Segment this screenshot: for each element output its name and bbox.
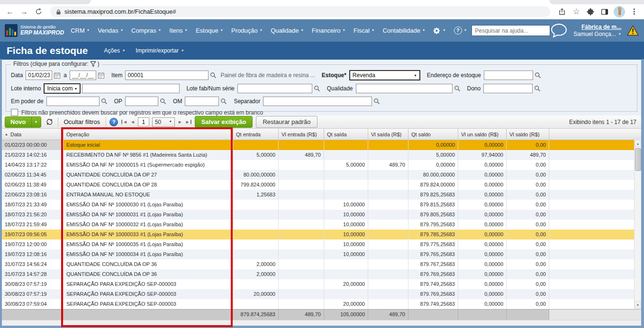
last-page-button[interactable]: ►: [185, 119, 191, 124]
browser-forward-button[interactable]: →: [19, 7, 29, 17]
scroll-down-icon[interactable]: ▼: [635, 301, 641, 309]
share-icon[interactable]: [557, 7, 567, 17]
column-header-vl-entrada-r[interactable]: Vl entrada (R$): [279, 129, 324, 140]
table-row[interactable]: 31/07/23 14:56:24QUANTIDADE CONCLUÍDA DA…: [2, 259, 641, 269]
table-row[interactable]: 14/04/23 13:17:22EMISSÃO DA NF Nº 100000…: [2, 160, 641, 170]
lote-interno-input[interactable]: [82, 84, 180, 93]
salvar-exibicao-button[interactable]: Salvar exibição: [195, 116, 253, 128]
table-row[interactable]: 30/08/23 07:57:19SEPARAÇÃO PARA EXPEDIÇÃ…: [2, 289, 641, 299]
menu-itens[interactable]: Itens▼: [169, 27, 188, 34]
column-header-qt-saida[interactable]: Qt saída: [324, 129, 368, 140]
endereco-input[interactable]: [484, 71, 533, 80]
browser-profile-avatar[interactable]: [614, 6, 625, 18]
ocultar-filtros-button[interactable]: Ocultar filtros: [62, 118, 103, 125]
search-icon[interactable]: [535, 72, 541, 79]
menu-contabilidade[interactable]: Contabilidade▼: [382, 27, 425, 34]
next-page-button[interactable]: ►: [178, 119, 182, 124]
menu-estoque[interactable]: Estoque▼: [196, 27, 223, 34]
search-icon[interactable]: [101, 98, 108, 105]
table-row[interactable]: 18/07/23 21:56:20EMISSÃO DA NF Nº 100000…: [2, 210, 641, 220]
page-number-input[interactable]: [138, 117, 149, 126]
settings-menu[interactable]: ▼: [433, 27, 445, 35]
warning-icon[interactable]: [627, 25, 639, 36]
menu-producao[interactable]: Produção▼: [231, 27, 263, 34]
search-icon[interactable]: [210, 72, 217, 79]
table-row[interactable]: 19/07/23 12:08:16EMISSÃO DA NF Nº 100000…: [2, 249, 641, 259]
calendar-icon[interactable]: [54, 71, 61, 79]
menu-financeiro[interactable]: Financeiro▼: [312, 27, 345, 34]
extensions-puzzle-icon[interactable]: [585, 7, 596, 17]
table-row[interactable]: 30/08/23 07:57:19SEPARAÇÃO PARA EXPEDIÇÃ…: [2, 279, 641, 289]
search-icon[interactable]: [373, 98, 380, 105]
date-to-input[interactable]: [70, 71, 96, 80]
novo-button[interactable]: Novo: [5, 117, 31, 127]
column-header-vl-un-saldo-r[interactable]: Vl un saldo (R$): [458, 129, 507, 140]
column-header-vl-saida-r[interactable]: Vl saída (R$): [368, 129, 408, 140]
user-menu[interactable]: Samuel Gonça...▼: [573, 31, 621, 38]
table-row[interactable]: 02/06/23 11:38:49QUANTIDADE CONCLUÍDA DA…: [2, 180, 641, 190]
menu-compras[interactable]: Compras▼: [131, 27, 161, 34]
table-row[interactable]: 30/08/23 07:59:04SEPARAÇÃO PARA EXPEDIÇÃ…: [2, 299, 641, 309]
table-row[interactable]: 21/02/23 14:02:16RECEBIMENTO DA NF Nº 98…: [2, 150, 641, 160]
novo-dropdown-arrow[interactable]: ▼: [31, 117, 41, 127]
item-input[interactable]: [125, 71, 209, 80]
table-row[interactable]: 31/07/23 14:57:28QUANTIDADE CONCLUÍDA DA…: [2, 269, 641, 279]
company-link[interactable]: Fábrica de m...: [573, 24, 621, 31]
qualidade-input[interactable]: [356, 84, 453, 93]
browser-back-button[interactable]: ←: [5, 7, 15, 17]
column-header-data[interactable]: ▲Data: [2, 129, 63, 140]
previous-page-button[interactable]: ◄: [130, 119, 135, 124]
table-row[interactable]: 19/07/23 09:56:05EMISSÃO DA NF Nº 100000…: [2, 230, 641, 239]
date-from-input[interactable]: [26, 71, 52, 80]
browser-reload-button[interactable]: [33, 7, 44, 17]
first-page-button[interactable]: ◄: [121, 119, 127, 124]
help-search-input[interactable]: [472, 25, 550, 36]
chat-bubble-icon[interactable]: [550, 23, 568, 38]
blank-fields-checkbox[interactable]: [11, 109, 18, 116]
restaurar-padrao-button[interactable]: Restaurar padrão: [256, 116, 317, 128]
side-panel-icon[interactable]: [599, 7, 610, 17]
erp-logo[interactable]: [5, 24, 18, 37]
menu-qualidade[interactable]: Qualidade▼: [271, 27, 304, 34]
op-input[interactable]: [125, 97, 158, 106]
search-icon[interactable]: [160, 98, 166, 105]
lote-interno-mode-select[interactable]: Inicia com▼: [44, 83, 81, 94]
column-header-operacao[interactable]: Operação: [63, 129, 233, 140]
table-row[interactable]: 22/06/23 23:08:16ENTRADA MANUAL NO ESTOQ…: [2, 190, 641, 200]
estoque-select[interactable]: Revenda▼: [349, 70, 420, 80]
column-header-qt-entrada[interactable]: Qt entrada: [233, 129, 279, 140]
filters-legend[interactable]: Filtros (clique para configurar: ): [11, 61, 102, 67]
table-row[interactable]: 02/06/23 11:34:45QUANTIDADE CONCLUÍDA DA…: [2, 170, 641, 180]
actions-menu[interactable]: Ações▼: [104, 47, 126, 54]
lote-fab-input[interactable]: [237, 84, 312, 93]
bookmark-star-icon[interactable]: ☆: [571, 7, 581, 17]
menu-vendas[interactable]: Vendas▼: [98, 27, 123, 34]
column-header-vl-saldo-r[interactable]: Vl saldo (R$): [507, 129, 549, 140]
table-row[interactable]: 18/07/23 21:59:49EMISSÃO DA NF Nº 100000…: [2, 220, 641, 230]
column-header-qt-saldo[interactable]: Qt saldo: [408, 129, 458, 140]
table-row[interactable]: 01/02/23 00:00:00Estoque inicial0,000000…: [2, 140, 641, 150]
help-menu[interactable]: ?▼: [454, 27, 467, 35]
search-icon[interactable]: [454, 85, 461, 92]
menu-crm[interactable]: CRM▼: [71, 27, 90, 34]
address-bar[interactable]: sistema.maxiprod.com.br/FichaEstoque#: [50, 6, 550, 17]
om-input[interactable]: [185, 97, 219, 106]
scroll-up-icon[interactable]: ▲: [635, 140, 641, 147]
vertical-scrollbar[interactable]: ▲ ▼: [634, 140, 641, 309]
search-icon[interactable]: [534, 85, 541, 92]
search-icon[interactable]: [220, 98, 227, 105]
em-poder-input[interactable]: [46, 97, 100, 106]
refresh-button[interactable]: [45, 118, 54, 125]
scrollbar-thumb[interactable]: [635, 148, 641, 171]
calendar-icon[interactable]: [98, 71, 105, 79]
page-size-select[interactable]: 50▼: [152, 117, 175, 127]
dono-input[interactable]: [483, 84, 533, 93]
menu-fiscal[interactable]: Fiscal▼: [354, 27, 374, 34]
grid-help-icon[interactable]: ?: [109, 118, 118, 126]
separador-input[interactable]: [263, 97, 372, 106]
browser-menu-icon[interactable]: ⋮: [629, 7, 639, 17]
print-export-menu[interactable]: Imprimir/exportar▼: [136, 47, 184, 54]
table-row[interactable]: 19/07/23 12:00:00EMISSÃO DA NF Nº 100000…: [2, 239, 641, 249]
table-row[interactable]: 18/07/23 21:33:49EMISSÃO DA NF Nº 100000…: [2, 200, 641, 210]
search-icon[interactable]: [314, 85, 320, 92]
